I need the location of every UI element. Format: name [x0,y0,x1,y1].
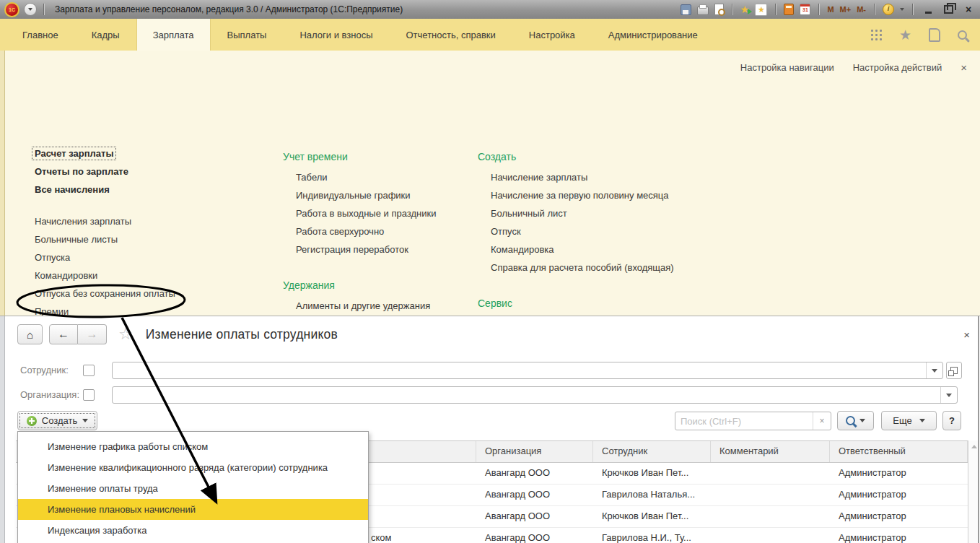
nav-link-registratsiya-pererabotok[interactable]: Регистрация переработок [283,240,443,259]
back-button[interactable]: ← [49,324,78,344]
print-preview-icon[interactable] [714,4,724,15]
navigation-settings-link[interactable]: Настройка навигации [740,62,834,73]
section-header-sozdat: Создать [478,144,674,168]
panel-close-icon[interactable]: × [961,62,967,73]
tab-kadry[interactable]: Кадры [75,19,136,51]
home-button[interactable]: ⌂ [17,324,43,344]
organization-filter-checkbox[interactable] [83,389,95,401]
nav-link-rabota-sverhurochno[interactable]: Работа сверхурочно [283,222,443,240]
search-icon[interactable] [958,30,967,40]
tab-zarplata[interactable]: Зарплата [136,19,211,51]
print-icon[interactable] [697,6,709,15]
employee-field-open-button[interactable] [946,362,962,379]
cell-employee: Гаврилова Н.И., Ту... [593,528,711,543]
employee-filter-label: Сотрудник: [20,362,69,379]
nav-link-alimenty[interactable]: Алименты и другие удержания [283,297,443,315]
tab-administrirovanie[interactable]: Администрирование [592,19,714,51]
search-box: × [675,412,831,430]
organization-field [112,386,958,404]
navigation-panel: Настройка навигации Настройка действий ×… [0,51,980,316]
cell-comment [711,506,830,527]
cell-responsible: Администратор [830,463,968,484]
search-input[interactable] [675,416,813,427]
help-button[interactable]: ? [942,411,961,430]
calculator-icon[interactable] [784,4,794,15]
forward-arrow-icon: → [87,328,98,341]
nav-link-bolnichnye-listy[interactable]: Больничные листы [35,230,175,248]
nav-link-raschet-zarplaty[interactable]: Расчет зарплаты [35,144,175,162]
nav-link-bolnichnyy-list[interactable]: Больничный лист [478,204,674,222]
tab-otchetnost-spravki[interactable]: Отчетность, справки [390,19,512,51]
organization-filter-row: Организация: [0,386,980,404]
menu-item-indeksatsiya-zarabotka[interactable]: Индексация заработка [18,520,368,541]
organization-filter-label: Организация: [20,386,79,404]
calendar-icon[interactable] [800,4,810,15]
search-clear-button[interactable]: × [813,412,831,430]
employee-field-dropdown-button[interactable] [926,362,942,378]
organization-field-dropdown-button[interactable] [940,387,957,403]
window-header: ⌂ ← → ☆ Изменение оплаты сотрудников × [17,323,970,345]
cell-organization: Авангард ООО [476,506,593,527]
page-title: Изменение оплаты сотрудников [146,327,338,342]
column-header-responsible[interactable]: Ответственный [830,441,968,462]
history-icon[interactable] [929,28,940,42]
divider [43,4,44,15]
nav-link-nachisleniya-zarplaty[interactable]: Начисления зарплаты [35,212,175,230]
favorites-icon[interactable]: ★ [755,4,767,16]
organization-field-input[interactable] [113,387,940,403]
section-tab-bar: Главное Кадры Зарплата Выплаты Налоги и … [0,19,980,51]
menu-item-izmenenie-planovyh-nachisleniy[interactable]: Изменение плановых начислений [18,499,368,520]
column-header-comment[interactable]: Комментарий [711,441,830,462]
vertical-scrollbar[interactable] [968,440,979,543]
memory-button[interactable]: M [827,4,834,15]
forward-button[interactable]: → [78,324,107,344]
nav-link-otpusk[interactable]: Отпуск [478,222,674,240]
actions-settings-link[interactable]: Настройка действий [853,62,942,73]
home-icon: ⌂ [27,329,33,341]
focused-link-label: Расчет зарплаты [32,147,115,160]
menu-item-izmenenie-oplaty-truda[interactable]: Изменение оплаты труда [18,478,368,499]
tab-vyplaty[interactable]: Выплаты [211,19,284,51]
close-button[interactable]: × [961,3,976,16]
search-settings-button[interactable] [837,411,874,430]
info-icon[interactable]: i [883,4,894,15]
tab-glavnoe[interactable]: Главное [6,19,75,51]
nav-link-nachislenie-za-pervuyu-polovinu[interactable]: Начисление за первую половину месяца [478,186,674,204]
chevron-down-icon[interactable] [900,8,904,11]
tab-nastroyka[interactable]: Настройка [512,19,592,51]
add-favorite-icon[interactable]: ★ [740,4,750,14]
employee-field-input[interactable] [113,362,926,378]
employee-filter-checkbox[interactable] [83,365,95,376]
tab-nalogi-i-vznosy[interactable]: Налоги и взносы [283,19,389,51]
menu-item-izmenenie-grafika-raboty[interactable]: Изменение графика работы списком [18,436,368,457]
create-button[interactable]: Создать [17,411,97,430]
nav-link-rabota-v-vyhodnye[interactable]: Работа в выходные и праздники [283,204,443,222]
restore-button[interactable] [941,3,955,16]
nav-link-komandirovka[interactable]: Командировка [478,240,674,259]
favorite-outline-star-icon[interactable]: ☆ [118,325,133,344]
main-menu-button[interactable] [24,3,37,16]
all-functions-grid-icon[interactable] [871,30,882,40]
nav-link-otchety-po-zarplate[interactable]: Отчеты по зарплате [35,162,175,181]
nav-link-tabeli[interactable]: Табели [283,168,443,186]
save-icon[interactable] [681,4,691,15]
memory-minus-button[interactable]: M- [857,4,866,15]
nav-link-spravka-dlya-rascheta-posobiy[interactable]: Справка для расчета пособий (входящая) [478,259,674,277]
more-actions-button[interactable]: Еще [881,411,937,430]
column-header-organization[interactable]: Организация [476,441,593,462]
memory-plus-button[interactable]: M+ [840,4,852,15]
column-header-employee[interactable]: Сотрудник [593,441,711,462]
menu-item-izmenenie-kvalifikatsionnogo-razryada[interactable]: Изменение квалификационного разряда (кат… [18,457,368,478]
nav-link-otpuska-bez-sohraneniya[interactable]: Отпуска без сохранения оплаты [35,284,175,303]
minimize-button[interactable] [921,3,935,16]
nav-link-individualnye-grafiki[interactable]: Индивидуальные графики [283,186,443,204]
back-arrow-icon: ← [58,328,69,341]
cell-employee: Гаврилова Наталья... [593,485,711,505]
nav-link-vse-nachisleniya[interactable]: Все начисления [35,181,175,199]
nav-link-komandirovki[interactable]: Командировки [35,266,175,284]
window-close-icon[interactable]: × [963,329,970,341]
close-icon: × [966,4,971,14]
nav-link-otpuska[interactable]: Отпуска [35,248,175,266]
nav-link-nachislenie-zarplaty[interactable]: Начисление зарплаты [478,168,674,186]
favorites-star-icon[interactable]: ★ [899,28,911,42]
